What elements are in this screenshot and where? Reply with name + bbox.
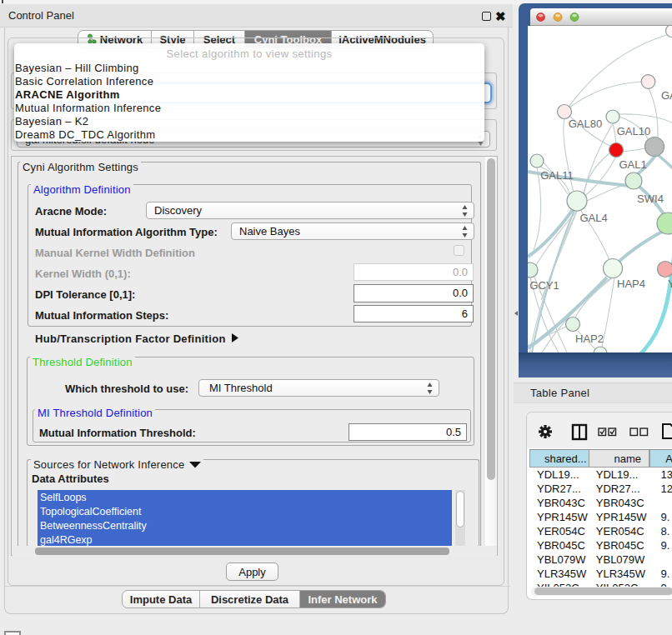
svg-text:GAL10: GAL10 — [617, 125, 650, 138]
svg-text:GAL1: GAL1 — [619, 158, 646, 171]
svg-text:GAL7: GAL7 — [661, 89, 672, 102]
svg-text:HAP2: HAP2 — [575, 332, 604, 345]
svg-text:GAL80: GAL80 — [569, 118, 602, 130]
svg-text:Y: Y — [668, 278, 672, 290]
svg-text:GAL4: GAL4 — [579, 212, 607, 224]
svg-text:HAP4: HAP4 — [617, 278, 645, 290]
svg-text:GCY1: GCY1 — [529, 279, 559, 292]
svg-text:SWI4: SWI4 — [637, 192, 664, 205]
svg-text:GAL11: GAL11 — [540, 169, 574, 182]
